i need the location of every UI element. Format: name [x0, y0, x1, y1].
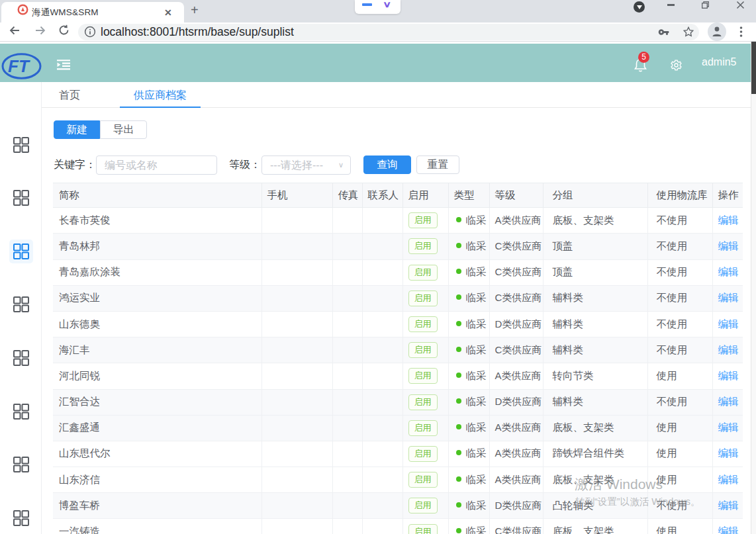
svg-text:FT: FT: [8, 56, 30, 76]
